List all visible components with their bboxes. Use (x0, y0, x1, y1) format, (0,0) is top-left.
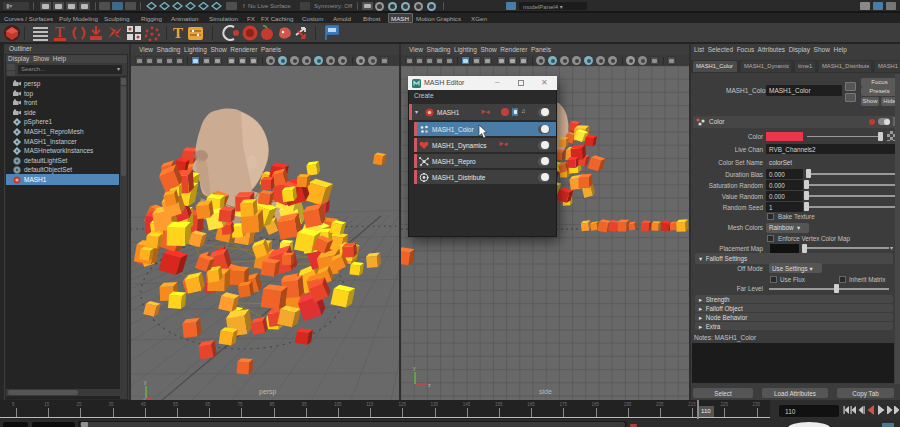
svg-text:persp: persp (259, 388, 277, 396)
svg-text:side: side (539, 388, 552, 395)
svg-text:T: T (55, 25, 65, 40)
svg-text:T: T (173, 25, 183, 41)
